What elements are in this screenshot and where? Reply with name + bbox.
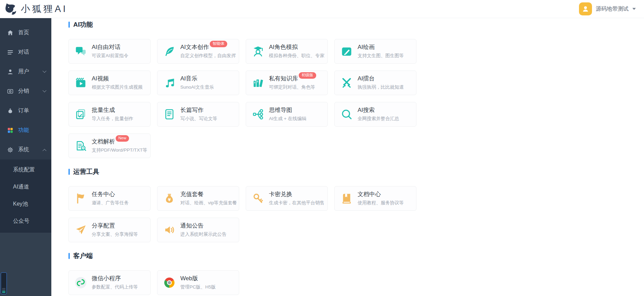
- svg-text:¥: ¥: [168, 197, 171, 202]
- user-avatar[interactable]: [579, 2, 592, 15]
- card-description: 根据文字或图片生成视频: [92, 84, 143, 90]
- card-description: SunoAI文生音乐: [180, 84, 214, 90]
- feature-card[interactable]: 思维导图AI生成 + 在线编辑: [246, 102, 328, 127]
- paper-plane-icon: [74, 223, 87, 236]
- sidebar-item-label: 分销: [18, 88, 29, 95]
- section-title: AI功能: [68, 20, 644, 29]
- feature-card[interactable]: AI自由对话可设置AI前置指令: [68, 39, 151, 64]
- feature-card[interactable]: AI搜索全网搜索并整合汇总: [334, 102, 416, 127]
- chevron-up-icon: [42, 149, 46, 153]
- feature-card[interactable]: AI绘画支持文生图、图生图等: [334, 39, 416, 64]
- books-icon: [252, 76, 265, 89]
- graduate-icon: [252, 45, 265, 58]
- user-icon: [7, 68, 14, 75]
- card-description: 支持PDF/Word/PPT/TXT等: [92, 147, 147, 153]
- feature-card[interactable]: 文档解析New支持PDF/Word/PPT/TXT等: [68, 133, 151, 158]
- card-description: 对话、绘画、vip等充值套餐: [180, 200, 237, 206]
- card-description: 生成卡密，在其他平台销售: [269, 200, 324, 206]
- chevron-down-icon: [42, 88, 46, 92]
- chevron-down-icon: [42, 69, 46, 73]
- card-description: 孰强孰弱，比比就知道: [358, 84, 404, 90]
- card-title: AI视频: [92, 75, 109, 82]
- video-icon: [74, 76, 87, 89]
- submenu-item[interactable]: 系统配置: [0, 161, 51, 178]
- feature-card[interactable]: 批量生成导入任务，批量创作: [68, 102, 151, 127]
- section-title-text: 客户端: [73, 252, 93, 260]
- home-icon: [7, 29, 14, 36]
- sidebar-item-order[interactable]: 订单: [0, 101, 51, 120]
- card-description: 导入任务，批量创作: [92, 116, 133, 122]
- sidebar-item-user[interactable]: 用户: [0, 62, 51, 81]
- feature-card[interactable]: AI音乐SunoAI文生音乐: [157, 70, 239, 95]
- sidebar-item-label: 用户: [18, 68, 29, 75]
- key-icon: [252, 192, 265, 205]
- card-description: 全网搜索并整合汇总: [358, 116, 399, 122]
- card-title: AI音乐: [180, 75, 197, 82]
- sidebar-menu: 首页对话用户分销订单功能系统系统配置AI通道Key池公众号: [0, 18, 51, 233]
- card-description: 使用教程、服务协议等: [358, 200, 404, 206]
- sidebar-item-distribution[interactable]: 分销: [0, 81, 51, 101]
- sidebar-item-label: 首页: [18, 29, 29, 36]
- user-menu[interactable]: 源码地带测试: [579, 2, 636, 15]
- submenu-item[interactable]: Key池: [0, 195, 51, 213]
- card-title: AI文本创作: [180, 44, 209, 51]
- feature-card[interactable]: 私有知识库初级版可绑定到对话、角色等: [246, 70, 328, 95]
- swords-icon: [340, 76, 353, 89]
- submenu-item[interactable]: 公众号: [0, 213, 51, 230]
- order-icon: [7, 107, 14, 114]
- longform-icon: [163, 108, 176, 121]
- section-title-text: 运营工具: [73, 167, 99, 176]
- feature-card[interactable]: AI角色模拟模拟各种身份、职位、专家: [246, 39, 328, 64]
- sidebar-item-features-grid[interactable]: 功能: [0, 120, 51, 140]
- feature-card[interactable]: 微信小程序参数配置、代码上传等: [68, 270, 151, 295]
- sidebar-item-chat-list[interactable]: 对话: [0, 42, 51, 62]
- gear-icon: [7, 146, 14, 153]
- card-title: 思维导图: [269, 107, 292, 114]
- card-grid: 任务中心邀请、广告等任务¥充值套餐对话、绘画、vip等充值套餐卡密兑换生成卡密，…: [68, 186, 417, 242]
- feature-card[interactable]: 卡密兑换生成卡密，在其他平台销售: [246, 186, 328, 211]
- feature-card[interactable]: 分享配置分享文案、分享海报等: [68, 218, 151, 242]
- card-description: 管理PC版、H5版: [180, 284, 216, 290]
- sidebar-item-label: 订单: [18, 107, 29, 114]
- card-description: 参数配置、代码上传等: [92, 284, 138, 290]
- card-description: 自定义创作模型，自由发挥: [180, 53, 236, 59]
- feature-card[interactable]: AI擂台孰强孰弱，比比就知道: [334, 70, 416, 95]
- feature-card[interactable]: 长篇写作写小说、写论文等: [157, 102, 239, 127]
- card-grid: 微信小程序参数配置、代码上传等Web版管理PC版、H5版: [68, 270, 417, 295]
- card-description: 写小说、写论文等: [180, 116, 217, 122]
- feature-card[interactable]: 通知公告进入系统时展示此公告: [157, 218, 239, 242]
- section-title-bar: [68, 253, 70, 259]
- wechat-mini-icon: [74, 276, 87, 289]
- floating-widget[interactable]: [1, 272, 7, 294]
- card-title: 通知公告: [180, 222, 204, 229]
- submenu-item[interactable]: AI通道: [0, 178, 51, 195]
- main-content: AI功能AI自由对话可设置AI前置指令AI文本创作智能体自定义创作模型，自由发挥…: [51, 18, 644, 296]
- features-grid-icon: [7, 127, 14, 134]
- feather-icon: [163, 45, 176, 58]
- feature-card[interactable]: 任务中心邀请、广告等任务: [68, 186, 151, 211]
- card-description: AI生成 + 在线编辑: [269, 116, 306, 122]
- username-label: 源码地带测试: [596, 5, 629, 13]
- card-title: AI角色模拟: [269, 44, 298, 51]
- card-description: 进入系统时展示此公告: [180, 231, 227, 237]
- card-badge: New: [116, 135, 129, 142]
- feature-card[interactable]: 文档中心使用教程、服务协议等: [334, 186, 416, 211]
- sidebar-submenu: 系统配置AI通道Key池公众号: [0, 159, 51, 233]
- sidebar-item-gear[interactable]: 系统: [0, 140, 51, 159]
- book-icon: [340, 192, 353, 205]
- feature-card[interactable]: AI视频根据文字或图片生成视频: [68, 70, 151, 95]
- feature-card[interactable]: Web版管理PC版、H5版: [157, 270, 239, 295]
- feature-card[interactable]: ¥充值套餐对话、绘画、vip等充值套餐: [157, 186, 239, 211]
- section: AI功能AI自由对话可设置AI前置指令AI文本创作智能体自定义创作模型，自由发挥…: [68, 20, 644, 158]
- sidebar: 首页对话用户分销订单功能系统系统配置AI通道Key池公众号: [0, 18, 51, 296]
- section-title-bar: [68, 22, 70, 28]
- card-title: 文档解析: [92, 138, 115, 145]
- card-title: 微信小程序: [92, 275, 121, 282]
- sidebar-item-home[interactable]: 首页: [0, 23, 51, 42]
- distribution-icon: [7, 88, 14, 95]
- feature-card[interactable]: AI文本创作智能体自定义创作模型，自由发挥: [157, 39, 239, 64]
- chrome-icon: [163, 276, 176, 289]
- chat-list-icon: [7, 49, 14, 56]
- card-title: 任务中心: [92, 191, 115, 198]
- card-title: AI绘画: [358, 44, 375, 51]
